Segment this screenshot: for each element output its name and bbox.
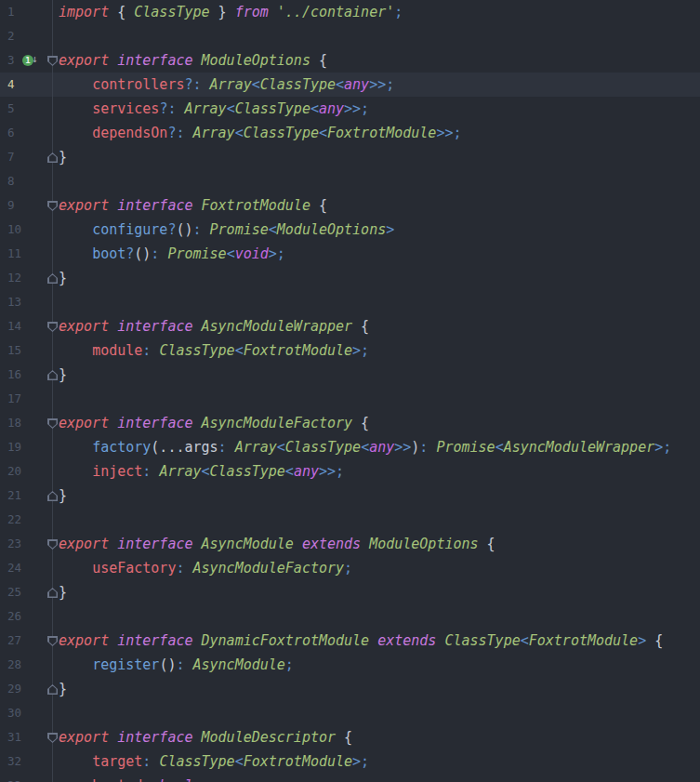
fold-end-icon[interactable] — [47, 588, 58, 598]
code-text[interactable]: target: ClassType<FoxtrotModule>; — [59, 749, 369, 774]
line-number[interactable]: 13 — [7, 290, 21, 314]
line-number[interactable]: 31 — [7, 725, 21, 749]
implementation-marker-icon[interactable]: 1 — [22, 55, 33, 66]
line-number[interactable]: 12 — [7, 266, 21, 290]
code-line[interactable]: 32 target: ClassType<FoxtrotModule>; — [0, 749, 700, 774]
code-text[interactable]: } — [59, 145, 67, 169]
code-line[interactable]: 33 booted: boolean; — [0, 774, 700, 782]
line-number[interactable]: 1 — [7, 0, 15, 24]
line-number[interactable]: 7 — [7, 145, 15, 169]
code-line[interactable]: 21} — [0, 484, 700, 508]
code-line[interactable]: 9export interface FoxtrotModule { — [0, 193, 700, 218]
line-number[interactable]: 10 — [7, 218, 21, 242]
code-line[interactable]: 23export interface AsyncModule extends M… — [0, 532, 700, 556]
code-line[interactable]: 18export interface AsyncModuleFactory { — [0, 411, 700, 435]
code-line[interactable]: 12} — [0, 266, 700, 290]
code-line[interactable]: 17 — [0, 387, 700, 411]
line-number[interactable]: 33 — [7, 774, 21, 782]
code-line[interactable]: 24 useFactory: AsyncModuleFactory; — [0, 556, 700, 580]
line-number[interactable]: 24 — [7, 556, 21, 580]
code-text[interactable]: } — [59, 580, 67, 604]
line-number[interactable]: 14 — [7, 314, 21, 338]
fold-start-icon[interactable] — [47, 733, 58, 743]
line-number[interactable]: 32 — [7, 749, 21, 774]
code-line[interactable]: 28 register(): AsyncModule; — [0, 653, 700, 677]
code-line[interactable]: 2 — [0, 24, 700, 48]
line-number[interactable]: 21 — [7, 484, 21, 508]
fold-start-icon[interactable] — [47, 201, 58, 211]
code-text[interactable]: controllers?: Array<ClassType<any>>; — [59, 73, 394, 97]
code-text[interactable]: import { ClassType } from '../container'… — [59, 0, 403, 24]
line-number[interactable]: 29 — [7, 677, 21, 701]
code-line[interactable]: 31↓export interface ModuleOptions { — [0, 48, 700, 73]
code-line[interactable]: 13 — [0, 290, 700, 314]
line-number[interactable]: 20 — [7, 459, 21, 484]
code-text[interactable]: configure?(): Promise<ModuleOptions> — [59, 218, 394, 242]
code-line[interactable]: 15 module: ClassType<FoxtrotModule>; — [0, 338, 700, 363]
line-number[interactable]: 6 — [7, 121, 15, 145]
code-text[interactable]: export interface DynamicFoxtrotModule ex… — [59, 629, 663, 653]
code-line[interactable]: 7} — [0, 145, 700, 169]
code-line[interactable]: 27export interface DynamicFoxtrotModule … — [0, 629, 700, 653]
line-number[interactable]: 30 — [7, 701, 21, 725]
code-text[interactable]: dependsOn?: Array<ClassType<FoxtrotModul… — [59, 121, 462, 145]
code-line[interactable]: 10 configure?(): Promise<ModuleOptions> — [0, 218, 700, 242]
code-line[interactable]: 30 — [0, 701, 700, 725]
code-text[interactable]: } — [59, 266, 67, 290]
code-text[interactable]: } — [59, 363, 67, 387]
code-editor[interactable]: 1import { ClassType } from '../container… — [0, 0, 700, 782]
code-line[interactable]: 26 — [0, 604, 700, 629]
fold-start-icon[interactable] — [47, 539, 58, 550]
fold-end-icon[interactable] — [47, 152, 58, 163]
line-number[interactable]: 8 — [7, 169, 15, 193]
line-number[interactable]: 5 — [7, 97, 15, 121]
fold-start-icon[interactable] — [47, 418, 58, 429]
code-line[interactable]: 5 services?: Array<ClassType<any>>; — [0, 97, 700, 121]
fold-end-icon[interactable] — [47, 684, 58, 695]
code-line[interactable]: 22 — [0, 508, 700, 532]
fold-start-icon[interactable] — [47, 322, 58, 332]
line-number[interactable]: 28 — [7, 653, 21, 677]
code-line[interactable]: 25} — [0, 580, 700, 604]
line-number[interactable]: 25 — [7, 580, 21, 604]
line-number[interactable]: 23 — [7, 532, 21, 556]
code-line[interactable]: 16} — [0, 363, 700, 387]
line-number[interactable]: 19 — [7, 435, 21, 459]
code-text[interactable]: booted: boolean; — [59, 774, 227, 782]
code-line[interactable]: 19 factory(...args: Array<ClassType<any>… — [0, 435, 700, 459]
code-text[interactable]: register(): AsyncModule; — [59, 653, 294, 677]
code-text[interactable]: module: ClassType<FoxtrotModule>; — [59, 338, 369, 363]
fold-start-icon[interactable] — [47, 636, 58, 646]
fold-end-icon[interactable] — [47, 273, 58, 284]
line-number[interactable]: 16 — [7, 363, 21, 387]
line-number[interactable]: 26 — [7, 604, 21, 629]
code-text[interactable]: export interface ModuleOptions { — [59, 48, 327, 73]
code-text[interactable]: } — [59, 677, 67, 701]
code-text[interactable]: services?: Array<ClassType<any>>; — [59, 97, 369, 121]
line-number[interactable]: 22 — [7, 508, 21, 532]
code-text[interactable]: useFactory: AsyncModuleFactory; — [59, 556, 352, 580]
code-text[interactable]: } — [59, 484, 67, 508]
code-text[interactable]: export interface FoxtrotModule { — [59, 193, 327, 218]
line-number[interactable]: 18 — [7, 411, 21, 435]
code-text[interactable]: inject: Array<ClassType<any>>; — [59, 459, 344, 484]
line-number[interactable]: 2 — [7, 24, 15, 48]
line-number[interactable]: 11 — [7, 242, 21, 266]
line-number[interactable]: 3 — [7, 48, 15, 73]
code-text[interactable]: export interface ModuleDescriptor { — [59, 725, 352, 749]
line-number[interactable]: 9 — [7, 193, 15, 218]
fold-end-icon[interactable] — [47, 370, 58, 380]
line-number[interactable]: 15 — [7, 338, 21, 363]
code-line[interactable]: 4 controllers?: Array<ClassType<any>>; — [0, 73, 700, 97]
code-text[interactable]: export interface AsyncModuleWrapper { — [59, 314, 369, 338]
line-number[interactable]: 4 — [7, 73, 15, 97]
code-text[interactable]: boot?(): Promise<void>; — [59, 242, 285, 266]
fold-start-icon[interactable] — [47, 56, 58, 66]
code-line[interactable]: 6 dependsOn?: Array<ClassType<FoxtrotMod… — [0, 121, 700, 145]
code-line[interactable]: 31export interface ModuleDescriptor { — [0, 725, 700, 749]
code-lines[interactable]: 1import { ClassType } from '../container… — [0, 0, 700, 782]
code-line[interactable]: 29} — [0, 677, 700, 701]
code-text[interactable]: factory(...args: Array<ClassType<any>>):… — [59, 435, 671, 459]
code-line[interactable]: 11 boot?(): Promise<void>; — [0, 242, 700, 266]
code-text[interactable]: export interface AsyncModule extends Mod… — [59, 532, 495, 556]
